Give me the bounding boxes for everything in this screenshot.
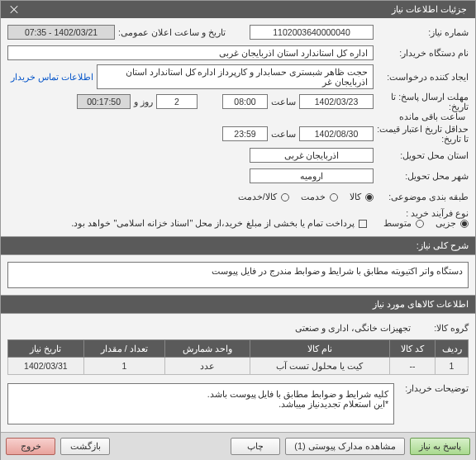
need-title-text: دستگاه واتر اکتیویته مطابق با شرایط و ضو… xyxy=(7,262,469,288)
goods-group-value: تجهیزات خانگی، اداری و صنعتی xyxy=(295,323,411,334)
respond-button[interactable]: پاسخ به نیاز xyxy=(410,438,470,455)
th-unit: واحد شمارش xyxy=(164,340,250,358)
goods-group-label: گروه کالا: xyxy=(411,323,469,333)
days-left: 2 xyxy=(156,94,198,109)
province-label: استان محل تحویل: xyxy=(374,150,469,160)
time-label-1: ساعت xyxy=(268,97,299,107)
requester-value: حجت ظاهر شبستری حسابدار و کارپرداز اداره… xyxy=(97,64,374,89)
cat-both-option: کالا/خدمت xyxy=(238,192,289,202)
td-code: -- xyxy=(389,358,435,375)
city-label: شهر محل تحویل: xyxy=(374,171,469,181)
goods-info-header: اطلاعات کالاهای مورد نیاز xyxy=(1,295,475,314)
back-button[interactable]: بازگشت xyxy=(60,438,110,455)
checkbox-icon xyxy=(359,220,367,228)
proc-partial-option: جزیی xyxy=(436,218,469,229)
process-options: جزیی متوسط پرداخت تمام یا بخشی از مبلغ خ… xyxy=(71,218,469,229)
proc-medium-option: متوسط xyxy=(383,218,424,229)
footer-bar: پاسخ به نیاز مشاهده مدارک پیوستی (1) چاپ… xyxy=(1,432,475,460)
print-button[interactable]: چاپ xyxy=(231,438,280,455)
th-name: نام کالا xyxy=(250,340,389,358)
time-left: 00:17:50 xyxy=(77,94,131,109)
panel-title: جزئیات اطلاعات نیاز xyxy=(392,4,467,15)
td-unit: عدد xyxy=(164,358,250,375)
category-label: طبقه بندی موضوعی: xyxy=(374,192,469,202)
announce-label: تاریخ و ساعت اعلان عمومی: xyxy=(115,27,229,37)
need-title-header: شرح کلی نیاز: xyxy=(1,236,475,255)
exit-button[interactable]: خروج xyxy=(6,438,55,455)
need-no-value: 1102003640000040 xyxy=(250,25,374,40)
th-row: ردیف xyxy=(436,340,469,358)
deadline-label: مهلت ارسال پاسخ: تا تاریخ: xyxy=(374,92,469,111)
th-code: کد کالا xyxy=(389,340,435,358)
validity-date: 1402/08/30 xyxy=(299,126,374,141)
category-options: کالا خدمت کالا/خدمت xyxy=(238,192,374,202)
city-value: ارومیه xyxy=(250,168,374,183)
day-and-label: روز و xyxy=(131,97,156,107)
th-qty: تعداد / مقدار xyxy=(83,340,164,358)
buyer-notes-text: کلیه شرایط و ضوابط مطابق با فایل پیوست ب… xyxy=(7,383,394,424)
td-name: کیت یا محلول تست آب xyxy=(250,358,389,375)
radio-empty-icon xyxy=(330,193,338,202)
table-row: 1 -- کیت یا محلول تست آب عدد 1 1402/03/3… xyxy=(8,358,469,375)
need-details-panel: جزئیات اطلاعات نیاز شماره نیاز: 11020036… xyxy=(0,0,476,460)
panel-header: جزئیات اطلاعات نیاز xyxy=(1,1,475,18)
need-title-area: دستگاه واتر اکتیویته مطابق با شرایط و ضو… xyxy=(1,255,475,295)
process-label: نوع فرآیند خرید : xyxy=(374,208,469,218)
announce-value: 1402/03/21 - 07:35 xyxy=(7,25,115,40)
validity-time: 23:59 xyxy=(222,126,268,141)
buyer-value: اداره کل استاندارد استان اذربایجان غربی xyxy=(7,45,374,60)
deadline-date: 1402/03/23 xyxy=(299,94,374,109)
buyer-notes-label: توضیحات خریدار: xyxy=(394,380,469,393)
province-value: اذربایجان غربی xyxy=(250,148,374,163)
cat-service-option: خدمت xyxy=(301,192,338,202)
remaining-label: ساعت باقی مانده xyxy=(396,111,469,121)
goods-table: ردیف کد کالا نام کالا واحد شمارش تعداد /… xyxy=(7,339,469,375)
validity-label: حداقل تاریخ اعتبار قیمت: تا تاریخ: xyxy=(374,124,469,144)
td-date: 1402/03/31 xyxy=(8,358,84,375)
time-label-2: ساعت xyxy=(268,129,299,139)
buyer-label: نام دستگاه خریدار: xyxy=(374,48,469,58)
table-header-row: ردیف کد کالا نام کالا واحد شمارش تعداد /… xyxy=(8,340,469,358)
td-qty: 1 xyxy=(83,358,164,375)
radio-empty-icon xyxy=(281,193,289,202)
attachments-button[interactable]: مشاهده مدارک پیوستی (1) xyxy=(285,438,405,455)
form-area: شماره نیاز: 1102003640000040 تاریخ و ساع… xyxy=(1,18,475,236)
goods-area: گروه کالا: تجهیزات خانگی، اداری و صنعتی … xyxy=(1,314,475,432)
requester-label: ایجاد کننده درخواست: xyxy=(374,72,469,82)
radio-filled-icon xyxy=(365,193,374,202)
th-date: تاریخ نیاز xyxy=(8,340,84,358)
need-no-label: شماره نیاز: xyxy=(374,27,469,37)
radio-empty-icon xyxy=(416,220,424,228)
deadline-time: 08:00 xyxy=(222,94,268,109)
contact-link[interactable]: اطلاعات تماس خریدار xyxy=(7,72,97,82)
close-icon[interactable] xyxy=(9,5,19,15)
cat-goods-option: کالا xyxy=(350,192,374,202)
pay-note-option: پرداخت تمام یا بخشی از مبلغ خرید،از محل … xyxy=(71,218,367,229)
radio-filled-icon xyxy=(460,220,469,228)
td-row: 1 xyxy=(436,358,469,375)
